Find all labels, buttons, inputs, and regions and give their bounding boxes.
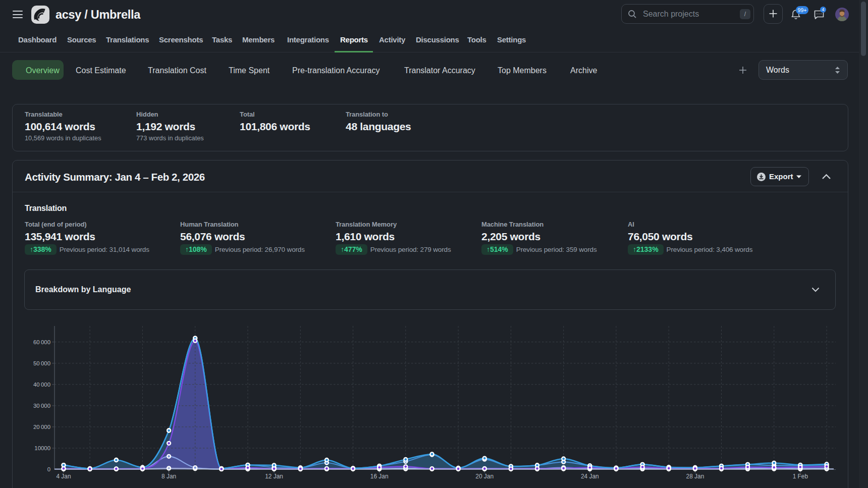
svg-text:50 000: 50 000	[33, 360, 50, 366]
svg-text:28 Jan: 28 Jan	[686, 473, 704, 480]
svg-text:0: 0	[47, 466, 50, 472]
svg-text:12 Jan: 12 Jan	[265, 473, 283, 480]
svg-text:20 000: 20 000	[33, 424, 50, 430]
svg-text:10000: 10000	[34, 445, 50, 451]
svg-text:1 Feb: 1 Feb	[793, 473, 808, 480]
svg-text:40 000: 40 000	[33, 382, 50, 388]
svg-text:20 Jan: 20 Jan	[475, 473, 494, 480]
svg-text:8 Jan: 8 Jan	[161, 473, 176, 480]
svg-text:16 Jan: 16 Jan	[370, 473, 389, 480]
svg-text:60 000: 60 000	[33, 339, 50, 345]
svg-text:4 Jan: 4 Jan	[56, 473, 71, 480]
svg-text:24 Jan: 24 Jan	[581, 473, 599, 480]
svg-text:30 000: 30 000	[33, 403, 50, 409]
